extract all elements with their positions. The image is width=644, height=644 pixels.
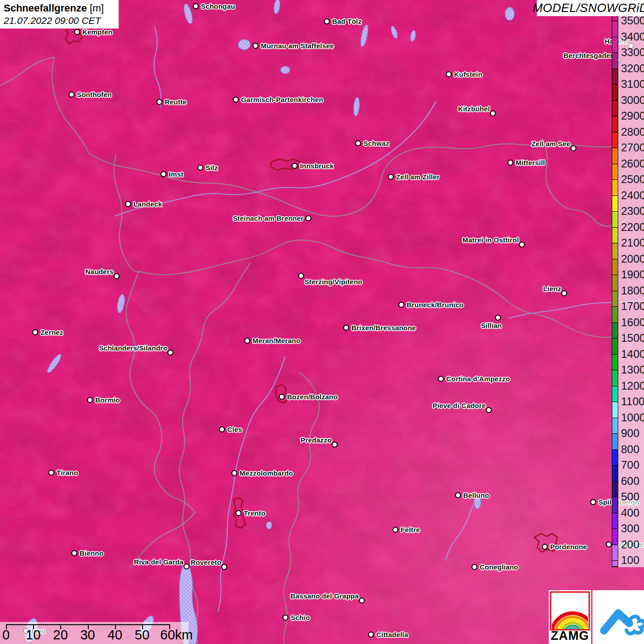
- zamg-rainbow-icon: [549, 590, 591, 631]
- city-label: Sonthofen: [77, 91, 112, 98]
- colorbar-segment: [612, 307, 618, 323]
- colorbar-segment: [612, 497, 618, 513]
- city-label: Steinach am Brenner: [233, 215, 304, 222]
- scalebar-tick-label: 50: [135, 628, 150, 642]
- colorbar-segment: [612, 180, 618, 196]
- city-dot: [282, 615, 288, 621]
- city-label: Schwaz: [363, 140, 389, 147]
- colorbar-segment: [612, 116, 618, 132]
- city-dot: [368, 632, 374, 638]
- colorbar-segment: [612, 259, 618, 276]
- colorbar-tick-label: 900: [621, 428, 639, 439]
- colorbar-tick-label: 1600: [621, 317, 644, 328]
- city-dot: [292, 163, 298, 169]
- colorbar-tick-label: 1000: [621, 412, 644, 423]
- colorbar-tick-label: 3000: [621, 95, 644, 106]
- city-dot: [486, 407, 492, 413]
- city-label: Bienno: [80, 550, 104, 557]
- colorbar-tick-label: 1800: [621, 285, 644, 296]
- city-label: Mezzolombardo: [240, 470, 293, 477]
- city-dot: [69, 92, 75, 98]
- city-dot: [193, 3, 199, 9]
- city-label: Murnau am Staffelsee: [261, 42, 334, 49]
- colorbar-segment: [612, 402, 618, 418]
- colorbar-tick-label: 400: [621, 507, 639, 518]
- city-dot: [161, 171, 167, 177]
- city-dot: [438, 376, 444, 382]
- city-dot: [561, 290, 567, 296]
- colorbar-segment: [612, 21, 618, 37]
- city-label: Brixen/Bressanone: [351, 324, 416, 331]
- page-title: Schneefallgrenze [m]: [4, 2, 115, 15]
- colorbar-tick-label: 2000: [621, 253, 644, 264]
- city-label: Bormio: [95, 397, 120, 403]
- city-label: Silz: [206, 164, 218, 171]
- colorbar-segment: [612, 323, 618, 339]
- colorbar-segment: [612, 275, 618, 291]
- city-label: Kufstein: [454, 71, 483, 78]
- colorbar-segment: [612, 53, 618, 69]
- colorbar-tick-label: 2700: [621, 142, 644, 153]
- colorbar-segment: [612, 101, 618, 117]
- km-scalebar: 0102030405060km: [0, 622, 189, 644]
- city-label: Reutte: [165, 98, 187, 105]
- city-label: Trento: [244, 510, 265, 517]
- city-label: Bad Tölz: [332, 18, 362, 25]
- city-dot: [324, 18, 330, 24]
- city-label: Predazzo: [301, 437, 332, 443]
- scalebar-tick-label: 30: [80, 628, 95, 642]
- city-dot: [392, 527, 398, 533]
- colorbar-segment: [612, 291, 618, 307]
- colorbar-segment: [612, 85, 618, 101]
- title-heading: Schneefallgrenze: [4, 2, 87, 14]
- colorbar-tick-label: 100: [621, 555, 639, 566]
- city-dot: [244, 338, 250, 344]
- city-dot: [446, 71, 452, 77]
- city-dot: [606, 541, 612, 547]
- city-label: Sillian: [481, 322, 502, 329]
- scalebar-tick-label: 10: [26, 628, 40, 642]
- city-dot: [219, 426, 225, 432]
- scalebar-tick-label: 60km: [160, 628, 193, 642]
- city-label: Matrei in Osttirol: [462, 236, 519, 243]
- colorbar-segment: [612, 243, 618, 259]
- colorbar-tick-label: 2500: [621, 174, 644, 185]
- city-label: Zernez: [40, 329, 63, 336]
- city-dot: [221, 564, 227, 570]
- city-label: Bruneck/Brunico: [407, 301, 464, 308]
- city-dot: [343, 325, 349, 331]
- colorbar-segment: [612, 355, 618, 371]
- colorbar-segment: [612, 370, 618, 386]
- title-box: Schneefallgrenze [m] 21.07.2022 09:00 CE…: [0, 0, 119, 29]
- title-unit: [m]: [90, 2, 104, 14]
- city-label: Cles: [227, 426, 242, 433]
- colorbar-tick-label: 3400: [621, 31, 644, 42]
- city-label: Conegliano: [480, 564, 518, 570]
- city-dot: [197, 165, 203, 171]
- city-label: Nauders: [86, 268, 114, 275]
- city-dot: [472, 564, 477, 570]
- city-label: Cittadella: [376, 631, 408, 638]
- colorbar-tick-label: 2900: [621, 110, 644, 121]
- city-label: Tirano: [57, 469, 78, 476]
- colorbar-tick-label: 700: [621, 460, 639, 471]
- scalebar-tick-label: 0: [2, 628, 10, 642]
- city-dot: [32, 329, 38, 335]
- colorbar-tick-label: 1100: [621, 396, 644, 407]
- colorbar-segment: [612, 418, 618, 434]
- city-dot: [231, 470, 237, 476]
- colorbar-tick-label: 500: [621, 491, 639, 502]
- city-dot: [590, 499, 596, 505]
- city-dot: [542, 544, 548, 550]
- city-label: Schio: [291, 614, 310, 621]
- city-label: Riva del Garda: [134, 558, 184, 565]
- city-label: Kitzbühel: [458, 105, 490, 112]
- map-stage: SchongauBad TölzKemptenMurnau am Staffel…: [0, 0, 644, 644]
- model-label-box: MODEL/SNOWGRiD: [537, 0, 644, 16]
- city-dot: [279, 394, 285, 400]
- colorbar-segment: [612, 386, 618, 402]
- elevation-colorbar: 3500340033003200310030002900280027002600…: [612, 5, 644, 567]
- city-label: Landeck: [133, 201, 162, 207]
- city-label: Lienz: [543, 285, 561, 292]
- city-dot: [359, 598, 365, 604]
